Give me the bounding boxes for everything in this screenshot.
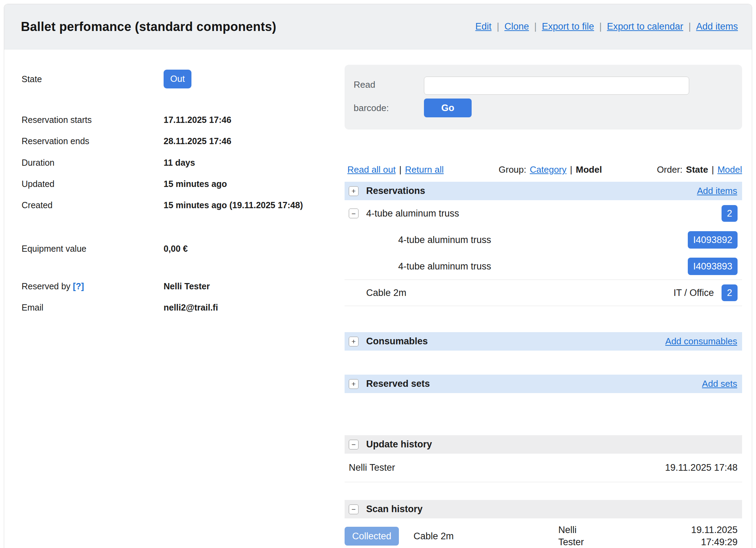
scan-history-entry: Collected Cable 2m Nelli Tester 19.11.20… [345,518,742,548]
group-by-model-selected: Model [576,164,602,175]
consumables-title: Consumables [366,336,428,347]
detail-row-email: Email nelli2@trail.fi [22,301,345,314]
add-items-link[interactable]: Add items [696,21,738,32]
reserved-sets-section: + Reserved sets Add sets [345,375,742,393]
consumables-section: + Consumables Add consumables [345,332,742,351]
export-to-calendar-link[interactable]: Export to calendar [607,21,683,32]
go-button[interactable]: Go [424,99,472,117]
items-toolbar: Read all out | Return all Group: Categor… [345,164,742,175]
separator: | [711,164,714,175]
model-count-badge[interactable]: 2 [722,205,738,222]
collapse-icon[interactable]: − [349,209,359,218]
scan-history-section: − Scan history Collected Cable 2m Nelli … [345,500,742,548]
bulk-actions: Read all out | Return all [347,164,444,175]
barcode-reader-box: Read barcode: Go [345,65,742,130]
header-actions: Edit | Clone | Export to file | Export t… [475,21,738,32]
collapse-icon[interactable]: − [349,504,359,514]
detail-value: 15 minutes ago [164,178,227,190]
detail-label: Duration [22,156,164,169]
separator: | [688,21,691,32]
reserved-by-value: Nelli Tester [164,280,210,292]
barcode-label-line2: barcode: [354,103,424,113]
separator: | [399,164,402,175]
equipment-value: 0,00 € [164,242,188,255]
detail-row-state: State Out [22,70,345,88]
update-history-title: Update history [366,439,432,450]
update-timestamp: 19.11.2025 17:48 [665,462,738,473]
item-barcode-badge[interactable]: I4093893 [688,258,738,275]
collapse-icon[interactable]: − [349,440,359,449]
update-history-entry: Nelli Tester 19.11.2025 17:48 [345,454,742,482]
add-sets-link[interactable]: Add sets [702,378,737,389]
email-value: nelli2@trail.fi [164,301,218,314]
equipment-value-label: Equipment value [22,242,164,255]
barcode-label: Read barcode: [354,77,424,118]
scan-timestamp: 19.11.2025 17:49:29 [673,524,738,548]
group-by-category-link[interactable]: Category [530,164,567,175]
model-group-row: − 4-tube aluminum truss 2 [345,200,742,227]
reservations-section: + Reservations Add items − 4-tube alumin… [345,182,742,306]
reserved-sets-header: + Reserved sets Add sets [345,375,742,393]
header: Ballet perfomance (standard components) … [4,4,752,49]
detail-row: Updated 15 minutes ago [22,178,345,190]
item-category: IT / Office [674,288,714,298]
read-all-out-link[interactable]: Read all out [347,164,396,175]
state-badge[interactable]: Out [164,70,191,88]
detail-row-reserved-by: Reserved by [?] Nelli Tester [22,280,345,292]
detail-value: 17.11.2025 17:46 [164,113,231,126]
item-row-cable: Cable 2m IT / Office 2 [345,280,742,306]
detail-row-equipment-value: Equipment value 0,00 € [22,242,345,255]
item-row: 4-tube aluminum truss I4093893 [345,253,742,280]
scan-history-title: Scan history [366,504,423,515]
reserved-by-label: Reserved by [?] [22,280,164,292]
expand-icon[interactable]: + [349,186,359,196]
clone-link[interactable]: Clone [504,21,529,32]
page-title: Ballet perfomance (standard components) [21,19,276,34]
item-name: Cable 2m [366,288,674,298]
detail-label: Updated [22,178,164,190]
model-name: 4-tube aluminum truss [366,208,459,219]
add-items-section-link[interactable]: Add items [697,186,737,196]
detail-label: Reservation starts [22,113,164,126]
reserved-by-label-text: Reserved by [22,281,70,291]
separator: | [599,21,602,32]
reservation-items-panel: Read barcode: Go Read all out | Return a… [345,65,752,548]
state-label: State [22,73,164,85]
reserved-by-help-link[interactable]: [?] [73,281,84,291]
detail-row: Duration 11 days [22,156,345,169]
return-all-link[interactable]: Return all [405,164,444,175]
reservations-title: Reservations [366,186,425,196]
detail-label: Created [22,199,164,211]
detail-value: 15 minutes ago (19.11.2025 17:48) [164,199,303,211]
barcode-controls: Go [424,77,689,118]
separator: | [534,21,537,32]
add-consumables-link[interactable]: Add consumables [665,336,737,347]
barcode-label-line1: Read [354,79,424,90]
edit-link[interactable]: Edit [475,21,492,32]
detail-label: Reservation ends [22,135,164,147]
item-name: 4-tube aluminum truss [398,261,688,272]
consumables-header: + Consumables Add consumables [345,332,742,351]
reservation-card: Ballet perfomance (standard components) … [4,4,752,548]
reservation-details: State Out Reservation starts 17.11.2025 … [4,65,345,548]
detail-value: 11 days [164,156,195,169]
update-user: Nelli Tester [349,462,395,473]
update-history-section: − Update history Nelli Tester 19.11.2025… [345,435,742,482]
order-by-model-link[interactable]: Model [717,164,742,175]
export-to-file-link[interactable]: Export to file [542,21,594,32]
group-label: Group: [499,164,527,175]
item-barcode-badge[interactable]: I4093892 [688,231,738,249]
scan-status-badge: Collected [345,527,399,546]
expand-icon[interactable]: + [349,337,359,346]
order-by-control: Order: State | Model [657,164,742,175]
scan-history-header: − Scan history [345,500,742,518]
order-label: Order: [657,164,683,175]
reservations-header: + Reservations Add items [345,182,742,200]
separator: | [570,164,573,175]
detail-row: Reservation ends 28.11.2025 17:46 [22,135,345,147]
item-count-badge[interactable]: 2 [722,284,738,301]
scan-user: Nelli Tester [558,524,673,548]
barcode-input[interactable] [424,77,689,95]
expand-icon[interactable]: + [349,379,359,389]
email-label: Email [22,301,164,314]
